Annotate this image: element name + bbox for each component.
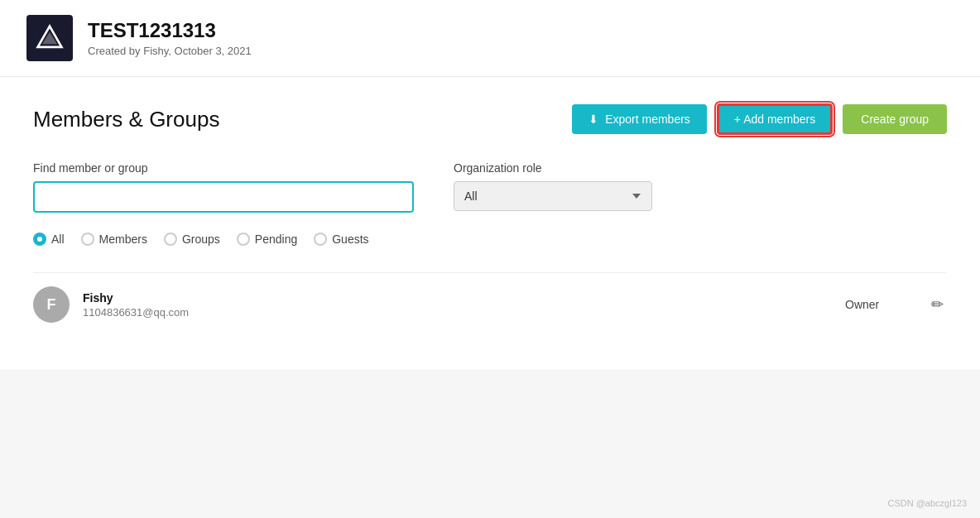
radio-label-all: All (51, 233, 65, 246)
filter-area: Find member or group Organization role A… (33, 161, 947, 213)
page-header: Members & Groups ⬇ Export members + Add … (33, 103, 947, 135)
member-list: F Fishy 1104836631@qq.com Owner ✏ (33, 272, 947, 336)
role-select[interactable]: All Owner Member Guest (454, 181, 652, 211)
app-logo (26, 15, 73, 61)
radio-groups[interactable]: Groups (164, 233, 220, 246)
search-input[interactable] (33, 181, 414, 213)
radio-circle-all (33, 233, 46, 246)
filter-search-section: Find member or group (33, 161, 414, 213)
radio-guests[interactable]: Guests (314, 233, 368, 246)
radio-members[interactable]: Members (81, 233, 147, 246)
export-members-label: Export members (605, 113, 690, 126)
create-group-button[interactable]: Create group (843, 104, 947, 134)
add-members-button[interactable]: + Add members (717, 103, 833, 135)
member-info: Fishy 1104836631@qq.com (83, 291, 845, 319)
radio-label-members: Members (99, 233, 147, 246)
edit-icon[interactable]: ✏ (928, 292, 947, 317)
radio-circle-members (81, 233, 94, 246)
radio-circle-groups (164, 233, 177, 246)
table-row: F Fishy 1104836631@qq.com Owner ✏ (33, 272, 947, 336)
app-header: TEST1231313 Created by Fishy, October 3,… (0, 0, 980, 77)
add-members-label: + Add members (734, 113, 815, 126)
role-select-wrapper: All Owner Member Guest (454, 181, 652, 211)
avatar: F (33, 286, 70, 323)
radio-circle-pending (237, 233, 250, 246)
radio-label-groups: Groups (182, 233, 220, 246)
member-email: 1104836631@qq.com (83, 306, 845, 319)
radio-label-guests: Guests (332, 233, 368, 246)
radio-circle-guests (314, 233, 327, 246)
role-label: Organization role (454, 161, 652, 175)
org-title: TEST1231313 (88, 19, 252, 43)
create-group-label: Create group (861, 113, 929, 126)
radio-pending[interactable]: Pending (237, 233, 297, 246)
page-title: Members & Groups (33, 107, 219, 132)
avatar-initial: F (47, 296, 56, 314)
search-label: Find member or group (33, 161, 414, 175)
main-content: Members & Groups ⬇ Export members + Add … (0, 77, 980, 518)
page-actions: ⬇ Export members + Add members Create gr… (572, 103, 947, 135)
export-members-button[interactable]: ⬇ Export members (572, 104, 707, 134)
header-info: TEST1231313 Created by Fishy, October 3,… (88, 19, 252, 57)
member-role: Owner (845, 298, 928, 311)
member-name: Fishy (83, 291, 845, 305)
radio-filter: All Members Groups Pending Guests (33, 233, 947, 246)
org-subtitle: Created by Fishy, October 3, 2021 (88, 45, 252, 57)
page-section: Members & Groups ⬇ Export members + Add … (0, 77, 980, 369)
watermark: CSDN @abczgl123 (887, 498, 967, 508)
radio-all[interactable]: All (33, 233, 65, 246)
radio-label-pending: Pending (255, 233, 297, 246)
download-icon: ⬇ (588, 113, 598, 126)
filter-role-section: Organization role All Owner Member Guest (454, 161, 652, 211)
